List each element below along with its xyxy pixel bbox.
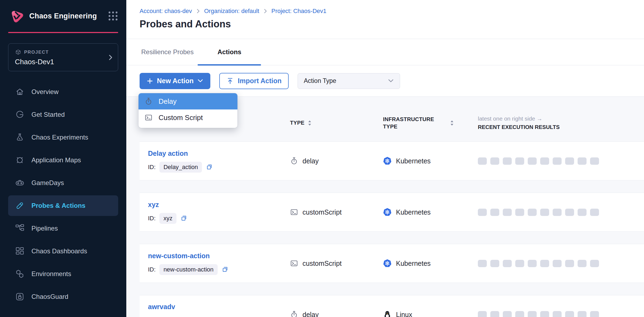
execution-placeholder xyxy=(478,260,487,267)
infrastructure-value: Linux xyxy=(396,311,412,317)
menu-item-label: Custom Script xyxy=(159,114,203,122)
sidebar-header: Chaos Engineering xyxy=(0,0,126,32)
results-header-label: RECENT EXECUTION RESULTS xyxy=(478,124,644,130)
action-row-xyz: xyz ID: xyz customScript Kubernetes xyxy=(140,193,644,232)
copy-icon[interactable] xyxy=(221,266,229,273)
execution-placeholder xyxy=(515,209,524,216)
column-header-type: TYPE xyxy=(290,120,383,126)
infrastructure-cell: Kubernetes xyxy=(383,208,478,216)
sidebar-item-get-started[interactable]: Get Started xyxy=(8,104,118,125)
import-action-button[interactable]: Import Action xyxy=(219,73,289,89)
page-header: Account: chaos-dev Organization: default… xyxy=(126,0,644,39)
action-name-link[interactable]: new-custom-action xyxy=(148,252,290,260)
sidebar-item-environments[interactable]: Environments xyxy=(8,264,118,284)
execution-placeholder xyxy=(478,157,487,165)
tab-bar: Resilience Probes Actions xyxy=(126,39,644,65)
sidebar-item-pipelines[interactable]: Pipelines xyxy=(8,218,118,239)
sort-icon[interactable] xyxy=(308,120,312,126)
sidebar-item-label: Chaos Dashboards xyxy=(31,247,87,255)
action-name-link[interactable]: awrvadv xyxy=(148,303,290,311)
sidebar-item-probes-actions[interactable]: Probes & Actions xyxy=(8,195,118,216)
linux-icon xyxy=(383,310,392,317)
menu-item-delay[interactable]: Delay xyxy=(139,93,237,109)
action-name-link[interactable]: xyz xyxy=(148,201,290,209)
execution-placeholder xyxy=(528,209,537,216)
sidebar-item-label: Chaos Experiments xyxy=(31,134,88,141)
breadcrumb-project-link[interactable]: Project: Chaos-Dev1 xyxy=(271,8,326,15)
id-label: ID: xyxy=(148,266,156,273)
execution-placeholder xyxy=(553,311,562,317)
execution-placeholder xyxy=(578,209,587,216)
execution-placeholder xyxy=(590,209,599,216)
sidebar-item-chaos-dashboards[interactable]: Chaos Dashboards xyxy=(8,241,118,261)
infrastructure-cell: Linux xyxy=(383,310,478,317)
sidebar-item-label: Overview xyxy=(31,88,59,96)
sort-icon[interactable] xyxy=(450,120,454,126)
sidebar-item-label: Pipelines xyxy=(31,225,58,232)
sidebar-item-label: Application Maps xyxy=(31,156,81,164)
kubernetes-icon xyxy=(383,157,392,165)
breadcrumb-account-link[interactable]: Account: chaos-dev xyxy=(140,8,192,15)
execution-placeholder xyxy=(578,157,587,165)
flask-icon xyxy=(15,133,24,142)
id-label: ID: xyxy=(148,215,156,222)
action-type-select[interactable]: Action Type xyxy=(298,73,400,89)
execution-placeholder xyxy=(515,311,524,317)
action-row-new-custom-action: new-custom-action ID: new-custom-action … xyxy=(140,244,644,283)
action-name-link[interactable]: Delay action xyxy=(148,150,290,157)
infrastructure-cell: Kubernetes xyxy=(383,259,478,268)
action-id-value: new-custom-action xyxy=(159,264,218,275)
stopwatch-icon xyxy=(290,157,298,165)
project-label: PROJECT xyxy=(24,50,49,55)
menu-item-custom-script[interactable]: Custom Script xyxy=(139,109,237,126)
column-header-results: latest one on right side → RECENT EXECUT… xyxy=(478,115,644,130)
lock-shield-icon xyxy=(15,292,24,301)
breadcrumb: Account: chaos-dev Organization: default… xyxy=(140,8,644,15)
infrastructure-cell: Kubernetes xyxy=(383,157,478,165)
execution-placeholder xyxy=(515,157,524,165)
breadcrumb-organization-link[interactable]: Organization: default xyxy=(204,8,259,15)
pipeline-icon xyxy=(15,224,24,233)
execution-placeholder xyxy=(490,209,499,216)
execution-placeholder xyxy=(565,209,574,216)
type-cell: delay xyxy=(290,157,383,165)
project-selector[interactable]: PROJECT Chaos-Dev1 xyxy=(8,43,118,71)
terminal-icon xyxy=(290,208,298,216)
type-value: customScript xyxy=(302,208,342,216)
new-action-label: New Action xyxy=(157,77,194,85)
new-action-button[interactable]: New Action xyxy=(140,73,210,89)
project-name: Chaos-Dev1 xyxy=(15,58,111,66)
toolbar: New Action Import Action Action Type xyxy=(126,65,644,97)
execution-placeholder xyxy=(540,157,549,165)
app-switcher-grid-icon[interactable] xyxy=(108,11,118,21)
kubernetes-icon xyxy=(383,259,392,268)
app-title: Chaos Engineering xyxy=(29,12,103,20)
execution-placeholder xyxy=(490,157,499,165)
sidebar-item-application-maps[interactable]: Application Maps xyxy=(8,150,118,170)
tab-actions[interactable]: Actions xyxy=(198,39,261,65)
type-value: delay xyxy=(302,157,319,165)
sidebar-item-chaosguard[interactable]: ChaosGuard xyxy=(8,286,118,307)
execution-placeholder xyxy=(565,311,574,317)
tab-label: Resilience Probes xyxy=(141,48,194,56)
tab-resilience-probes[interactable]: Resilience Probes xyxy=(140,39,198,65)
import-action-label: Import Action xyxy=(238,77,282,85)
execution-placeholder xyxy=(540,260,549,267)
dashboard-grid-icon xyxy=(15,247,24,256)
sidebar-item-chaos-experiments[interactable]: Chaos Experiments xyxy=(8,127,118,148)
sidebar-item-gamedays[interactable]: GameDays xyxy=(8,173,118,193)
copy-icon[interactable] xyxy=(180,215,188,222)
test-tube-icon xyxy=(15,201,24,210)
execution-placeholder xyxy=(565,157,574,165)
recent-execution-results xyxy=(478,311,644,317)
sidebar-item-overview[interactable]: Overview xyxy=(8,82,118,102)
cube-icon xyxy=(15,49,21,56)
type-cell: customScript xyxy=(290,259,383,267)
recent-execution-results xyxy=(478,260,644,267)
copy-icon[interactable] xyxy=(206,163,213,171)
infrastructure-value: Kubernetes xyxy=(396,260,431,267)
infrastructure-value: Kubernetes xyxy=(396,157,431,165)
type-cell: customScript xyxy=(290,208,383,216)
action-id-value: xyz xyxy=(159,213,176,224)
menu-item-label: Delay xyxy=(159,97,176,106)
